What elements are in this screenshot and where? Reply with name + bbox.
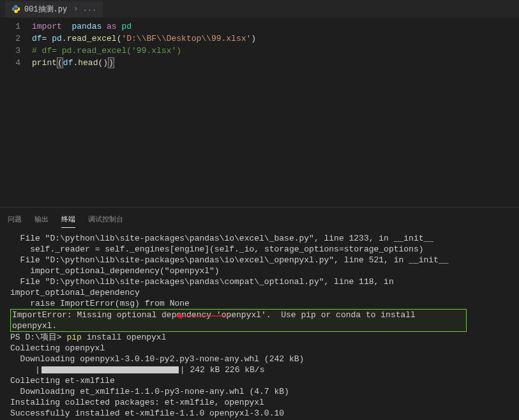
import-error-highlight: ImportError: Missing optional dependency… bbox=[10, 309, 509, 332]
tab-problems[interactable]: 问题 bbox=[8, 211, 22, 228]
breadcrumb-separator: › ... bbox=[73, 4, 96, 13]
code-content[interactable]: # df= pd.read_excel('99.xlsx') bbox=[32, 45, 181, 57]
code-line: 3 # df= pd.read_excel('99.xlsx') bbox=[0, 45, 519, 57]
line-number: 3 bbox=[0, 45, 32, 57]
python-icon bbox=[11, 4, 20, 13]
traceback-line: File "D:\python\lib\site-packages\pandas… bbox=[10, 255, 509, 266]
traceback-line: self._reader = self._engines[engine](sel… bbox=[10, 244, 509, 255]
pip-output: Downloading openpyxl-3.0.10-py2.py3-none… bbox=[10, 354, 509, 364]
code-line: 1 import pandas as pd bbox=[0, 20, 519, 33]
code-editor[interactable]: 1 import pandas as pd 2 df= pd.read_exce… bbox=[0, 18, 519, 207]
traceback-line: File "D:\python\lib\site-packages\pandas… bbox=[10, 233, 509, 244]
line-number: 1 bbox=[0, 20, 32, 33]
pip-output: Collecting openpyxl bbox=[10, 343, 509, 354]
terminal-prompt-line[interactable]: PS D:\项目> pip install openpyxl bbox=[10, 332, 509, 343]
code-line: 4 print(df.head()) bbox=[0, 57, 519, 69]
pip-output: Downloading et_xmlfile-1.1.0-py3-none-an… bbox=[10, 386, 509, 397]
traceback-line: File "D:\python\lib\site-packages\pandas… bbox=[10, 276, 509, 298]
code-content[interactable]: import pandas as pd bbox=[32, 20, 132, 33]
tab-output[interactable]: 输出 bbox=[34, 211, 49, 228]
traceback-line: import_optional_dependency("openpyxl") bbox=[10, 266, 509, 276]
tab-terminal[interactable]: 终端 bbox=[61, 211, 75, 228]
progress-bar-icon bbox=[41, 366, 179, 373]
code-content[interactable]: df= pd.read_excel('D:\\BF\\Desktop\\99.x… bbox=[32, 33, 256, 45]
pip-progress: || 242 kB 226 kB/s bbox=[10, 364, 509, 375]
line-number: 4 bbox=[0, 57, 32, 69]
code-line: 2 df= pd.read_excel('D:\\BF\\Desktop\\99… bbox=[0, 33, 519, 45]
tab-debug-console[interactable]: 调试控制台 bbox=[88, 211, 123, 228]
line-number: 2 bbox=[0, 33, 32, 45]
editor-tab[interactable]: 001抽测.py › ... bbox=[5, 1, 103, 17]
pip-output: Collecting et-xmlfile bbox=[10, 375, 509, 386]
traceback-line: raise ImportError(msg) from None bbox=[10, 298, 509, 309]
panel-tabs: 问题 输出 终端 调试控制台 bbox=[0, 207, 519, 228]
pip-output: Installing collected packages: et-xmlfil… bbox=[10, 397, 509, 408]
pip-output: Successfully installed et-xmlfile-1.1.0 … bbox=[10, 408, 509, 419]
pip-warning: WARNING: You are using pip version 21.2.… bbox=[10, 419, 509, 419]
terminal-panel[interactable]: File "D:\python\lib\site-packages\pandas… bbox=[0, 228, 519, 419]
code-content[interactable]: print(df.head()) bbox=[32, 57, 114, 69]
tab-filename: 001抽测.py bbox=[24, 4, 67, 15]
tab-bar: 001抽测.py › ... bbox=[0, 0, 519, 18]
